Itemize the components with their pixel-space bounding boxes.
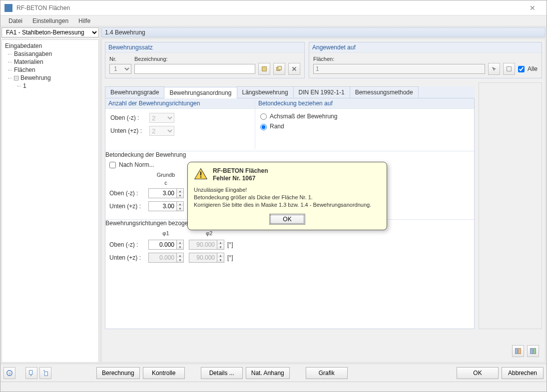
details-button[interactable]: Details ...	[201, 367, 243, 379]
spin-down-icon[interactable]: ▼	[176, 245, 183, 249]
svg-rect-12	[200, 172, 201, 176]
spin-up-icon[interactable]: ▲	[176, 202, 183, 206]
spin-up-icon[interactable]: ▲	[217, 240, 224, 245]
phi2-oben-input[interactable]: ▲▼	[189, 240, 224, 250]
svg-rect-7	[534, 349, 536, 354]
error-dialog: RF-BETON Flächen Fehler Nr. 1067 Unzuläs…	[187, 162, 387, 230]
tree-flaechen[interactable]: Flächen	[3, 66, 97, 74]
flaechen-input[interactable]	[313, 64, 485, 74]
bez-label: Bezeichnung:	[134, 56, 300, 63]
delete-set-button[interactable]	[288, 63, 300, 75]
beton-oben-input[interactable]: ▲▼	[148, 188, 184, 198]
tree-bewehrung[interactable]: −Bewehrung	[3, 74, 97, 82]
tab-bemessungsmethode[interactable]: Bemessungsmethode	[350, 86, 419, 98]
reload-flaechen-button[interactable]	[503, 63, 515, 75]
kontrolle-button[interactable]: Kontrolle	[143, 367, 185, 379]
svg-rect-5	[519, 349, 521, 354]
titlebar: RF-BETON Flächen ✕	[0, 0, 547, 15]
dialog-ok-button[interactable]: OK	[269, 214, 305, 225]
ok-button[interactable]: OK	[457, 367, 499, 379]
warning-icon	[194, 167, 208, 180]
tab-din-en[interactable]: DIN EN 1992-1-1	[293, 86, 350, 98]
svg-rect-4	[516, 349, 518, 354]
abbrechen-button[interactable]: Abbrechen	[502, 367, 544, 379]
tab-laengsbewehrung[interactable]: Längsbewehrung	[237, 86, 294, 98]
dialog-title-2: Fehler Nr. 1067	[213, 175, 268, 182]
app-icon	[4, 4, 12, 12]
svg-rect-3	[507, 67, 512, 71]
window-title: RF-BETON Flächen	[16, 4, 523, 11]
nat-anhang-button[interactable]: Nat. Anhang	[246, 367, 290, 379]
tabs: Bewehrungsgrade Bewehrungsanordnung Läng…	[105, 86, 475, 98]
group-anzahl: Anzahl der Bewehrungsrichtungen Oben (-z…	[105, 98, 255, 149]
expand-icon[interactable]: −	[14, 76, 18, 80]
phi1-unten-input[interactable]: ▲▼	[148, 253, 184, 263]
dialog-line-3: Korrigieren Sie bitte dies in Maske 1.3 …	[194, 201, 381, 209]
footer: ? Berechnung Kontrolle Details ... Nat. …	[0, 364, 547, 382]
tab-bewehrungsgrade[interactable]: Bewehrungsgrade	[105, 86, 164, 98]
close-icon[interactable]: ✕	[523, 0, 543, 15]
spin-up-icon[interactable]: ▲	[176, 189, 183, 193]
berechnung-button[interactable]: Berechnung	[96, 367, 140, 379]
new-set-button[interactable]	[258, 63, 270, 75]
beton-unten-input[interactable]: ▲▼	[148, 201, 184, 211]
bezeichnung-input[interactable]	[134, 64, 255, 74]
tree-materialien[interactable]: Materialien	[3, 58, 97, 66]
spin-down-icon[interactable]: ▼	[176, 258, 183, 262]
tree-basisangaben[interactable]: Basisangaben	[3, 50, 97, 58]
nr-label: Nr.	[109, 56, 131, 63]
sidebar: FA1 - Stahlbeton-Bemessung Eingabedaten …	[0, 26, 100, 364]
save-profile-button[interactable]	[25, 367, 37, 379]
preview-panel	[479, 82, 542, 329]
phi1-oben-input[interactable]: ▲▼	[148, 240, 184, 250]
statusbar	[0, 382, 547, 392]
page-title: 1.4 Bewehrung	[101, 27, 546, 37]
grafik-button[interactable]: Grafik	[306, 367, 348, 379]
anzahl-oben-select[interactable]: 2	[149, 113, 174, 123]
svg-rect-10	[29, 370, 32, 374]
svg-rect-6	[531, 349, 533, 354]
menu-datei[interactable]: Datei	[3, 16, 27, 25]
radio-achsmass[interactable]: Achsmaß der Bewehrung	[260, 113, 337, 120]
spin-down-icon[interactable]: ▼	[176, 193, 183, 198]
nav-tree[interactable]: Eingabedaten Basisangaben Materialien Fl…	[1, 39, 99, 363]
copy-set-button[interactable]	[273, 63, 285, 75]
toggle-display-button[interactable]	[527, 345, 539, 357]
group-angewendet: Angewendet auf Flächen: Alle	[309, 42, 542, 78]
phi2-unten-input[interactable]: ▲▼	[189, 253, 224, 263]
anzahl-unten-select[interactable]: 2	[149, 126, 174, 136]
nachnorm-checkbox[interactable]: Nach Norm...	[109, 161, 154, 168]
spin-up-icon[interactable]: ▲	[176, 240, 183, 245]
group-betondeckung-auf: Betondeckung beziehen auf Achsmaß der Be…	[255, 98, 474, 149]
dialog-line-1: Unzulässige Eingabe!	[194, 186, 381, 194]
group-richtungen: Bewehrungsrichtungen bezogen auf lokale …	[105, 219, 474, 329]
group-bewehrungssatz: Bewehrungssatz Nr. Bezeichnung: 1	[105, 42, 305, 78]
menu-hilfe[interactable]: Hilfe	[73, 16, 95, 25]
svg-rect-2	[278, 66, 281, 70]
help-button[interactable]: ?	[3, 367, 15, 379]
tree-bewehrung-1[interactable]: 1	[3, 82, 97, 90]
menubar: Datei Einstellungen Hilfe	[0, 15, 547, 26]
spin-down-icon[interactable]: ▼	[217, 258, 224, 262]
svg-rect-13	[200, 176, 201, 177]
pick-flaechen-button[interactable]	[488, 63, 500, 75]
flaechen-label: Flächen:	[313, 56, 538, 63]
tab-bewehrungsanordnung[interactable]: Bewehrungsanordnung	[164, 87, 237, 98]
tree-root[interactable]: Eingabedaten	[3, 42, 97, 50]
alle-checkbox[interactable]: Alle	[518, 65, 538, 72]
menu-einstellungen[interactable]: Einstellungen	[27, 16, 73, 25]
spin-down-icon[interactable]: ▼	[176, 206, 183, 211]
svg-rect-0	[262, 67, 267, 71]
spin-up-icon[interactable]: ▲	[217, 253, 224, 258]
svg-text:?: ?	[8, 371, 11, 376]
case-select[interactable]: FA1 - Stahlbeton-Bemessung	[1, 27, 99, 37]
spin-up-icon[interactable]: ▲	[176, 253, 183, 258]
spin-down-icon[interactable]: ▼	[217, 245, 224, 249]
svg-rect-11	[44, 372, 47, 376]
toggle-units-button[interactable]	[512, 345, 524, 357]
radio-rand[interactable]: Rand	[260, 123, 284, 130]
load-profile-button[interactable]	[39, 367, 51, 379]
nr-select[interactable]: 1	[109, 64, 131, 74]
dialog-title-1: RF-BETON Flächen	[213, 167, 268, 175]
dialog-line-2: Betondeckung größer als Dicke der Fläche…	[194, 194, 381, 201]
